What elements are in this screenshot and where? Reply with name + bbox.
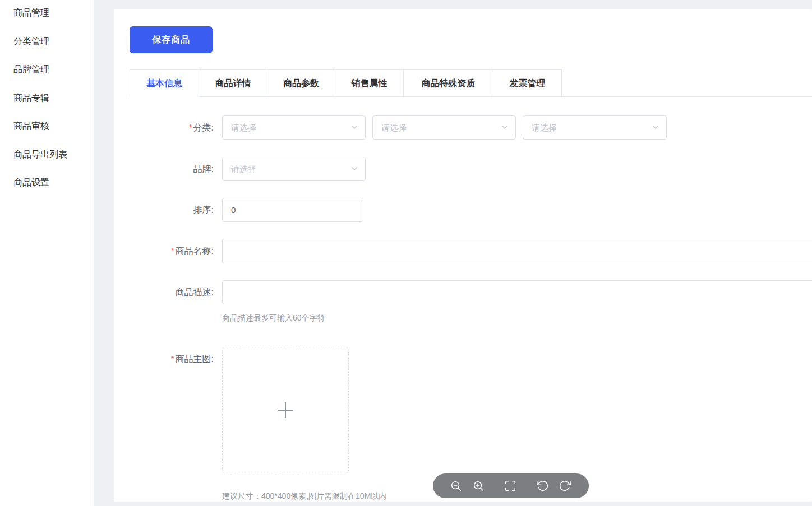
form-row-product-name: *商品名称: [114, 239, 812, 263]
chevron-down-icon [351, 166, 358, 171]
product-name-input[interactable] [222, 239, 812, 263]
category-select-level1[interactable]: 请选择 [222, 115, 366, 140]
main-image-hint: 建议尺寸：400*400像素,图片需限制在10M以内 [222, 491, 386, 502]
save-product-button[interactable]: 保存商品 [130, 26, 213, 53]
sidebar-item-brand-management[interactable]: 品牌管理 [13, 63, 49, 76]
sidebar-item-product-settings[interactable]: 商品设置 [13, 177, 49, 189]
sidebar: 商品管理 分类管理 品牌管理 商品专辑 商品审核 商品导出列表 商品设置 [0, 0, 94, 506]
rotate-right-icon[interactable] [558, 480, 571, 493]
category-select-level3[interactable]: 请选择 [523, 115, 667, 140]
form-row-category: *分类: 请选择 请选择 请选择 [114, 115, 812, 140]
chevron-down-icon [652, 125, 659, 129]
content-card: 保存商品 基本信息 商品详情 商品参数 销售属性 商品特殊资质 发票管理 *分类… [114, 9, 812, 502]
chevron-down-icon [501, 125, 508, 129]
chevron-down-icon [351, 125, 358, 129]
zoom-in-icon[interactable] [472, 480, 485, 493]
zoom-out-icon[interactable] [449, 480, 462, 493]
description-input[interactable] [222, 280, 812, 304]
tab-bar: 基本信息 商品详情 商品参数 销售属性 商品特殊资质 发票管理 [130, 69, 812, 97]
sort-input[interactable] [222, 198, 363, 222]
product-name-label: *商品名称: [114, 239, 214, 263]
required-asterisk: * [171, 354, 174, 363]
tab-invoice-management[interactable]: 发票管理 [493, 69, 562, 96]
plus-icon [274, 399, 297, 421]
sidebar-item-product-management[interactable]: 商品管理 [13, 7, 49, 19]
tab-special-qualification[interactable]: 商品特殊资质 [404, 69, 493, 96]
tab-basic-info[interactable]: 基本信息 [130, 69, 199, 97]
category-select-level2[interactable]: 请选择 [372, 115, 516, 140]
sidebar-item-product-audit[interactable]: 商品审核 [13, 120, 49, 132]
sidebar-item-category-management[interactable]: 分类管理 [13, 35, 49, 48]
sidebar-item-product-export-list[interactable]: 商品导出列表 [13, 148, 67, 161]
image-viewer-toolbar [433, 473, 589, 498]
required-asterisk: * [171, 246, 174, 255]
brand-select[interactable]: 请选择 [222, 157, 366, 181]
form-row-sort: 排序: [114, 198, 812, 222]
form-row-brand: 品牌: 请选择 [114, 157, 812, 181]
brand-label: 品牌: [114, 157, 214, 181]
required-asterisk: * [189, 123, 192, 132]
form-row-description: 商品描述: [114, 280, 812, 304]
tab-bar-underline [199, 96, 812, 97]
form-row-main-image: *商品主图: [114, 347, 812, 371]
sidebar-item-product-album[interactable]: 商品专辑 [13, 92, 49, 104]
fullscreen-icon[interactable] [504, 480, 516, 493]
main-image-label: *商品主图: [114, 347, 214, 371]
tab-sale-attributes[interactable]: 销售属性 [335, 69, 404, 96]
main-image-upload[interactable] [222, 347, 349, 473]
description-label: 商品描述: [114, 280, 214, 304]
description-hint: 商品描述最多可输入60个字符 [222, 313, 325, 323]
tab-product-detail[interactable]: 商品详情 [199, 69, 267, 96]
category-label: *分类: [114, 115, 214, 140]
rotate-left-icon[interactable] [536, 480, 549, 493]
sort-label: 排序: [114, 198, 214, 222]
tab-product-params[interactable]: 商品参数 [267, 69, 335, 96]
